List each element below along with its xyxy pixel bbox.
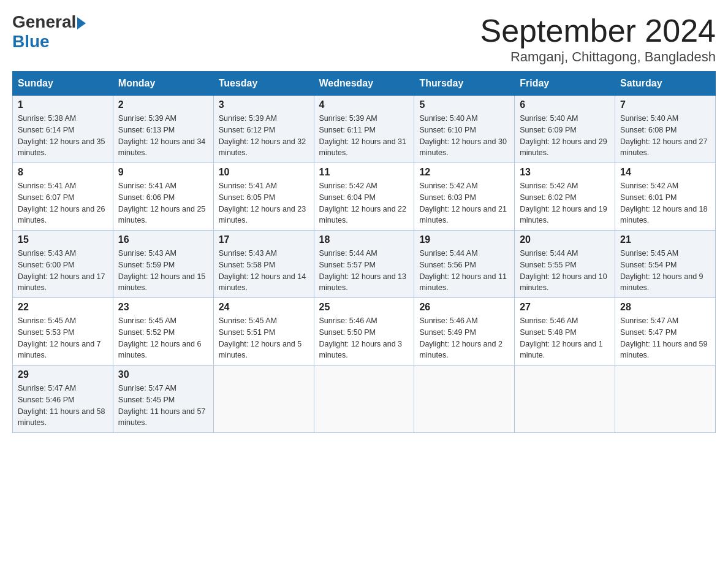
day-number: 6 bbox=[520, 99, 610, 110]
day-info: Sunrise: 5:45 AMSunset: 5:51 PMDaylight:… bbox=[219, 315, 309, 361]
title-section: September 2024 Ramganj, Chittagong, Bang… bbox=[480, 12, 716, 65]
logo-blue-text: Blue bbox=[12, 32, 50, 52]
calendar-cell: 22Sunrise: 5:45 AMSunset: 5:53 PMDayligh… bbox=[13, 298, 113, 366]
day-info: Sunrise: 5:43 AMSunset: 6:00 PMDaylight:… bbox=[18, 248, 108, 294]
calendar-header-friday: Friday bbox=[515, 72, 615, 96]
day-number: 14 bbox=[620, 167, 710, 178]
calendar-cell: 9Sunrise: 5:41 AMSunset: 6:06 PMDaylight… bbox=[113, 163, 213, 231]
day-info: Sunrise: 5:40 AMSunset: 6:08 PMDaylight:… bbox=[620, 113, 710, 159]
calendar-cell: 7Sunrise: 5:40 AMSunset: 6:08 PMDaylight… bbox=[615, 96, 716, 163]
day-info: Sunrise: 5:42 AMSunset: 6:04 PMDaylight:… bbox=[319, 180, 409, 226]
calendar-week-row: 8Sunrise: 5:41 AMSunset: 6:07 PMDaylight… bbox=[13, 163, 716, 231]
calendar-header-tuesday: Tuesday bbox=[213, 72, 314, 96]
month-title: September 2024 bbox=[480, 12, 716, 49]
calendar-cell bbox=[414, 366, 515, 433]
calendar-cell: 12Sunrise: 5:42 AMSunset: 6:03 PMDayligh… bbox=[414, 163, 515, 231]
day-number: 15 bbox=[18, 234, 108, 245]
calendar-cell: 16Sunrise: 5:43 AMSunset: 5:59 PMDayligh… bbox=[113, 231, 213, 298]
day-info: Sunrise: 5:42 AMSunset: 6:01 PMDaylight:… bbox=[620, 180, 710, 226]
day-info: Sunrise: 5:39 AMSunset: 6:12 PMDaylight:… bbox=[219, 113, 309, 159]
day-info: Sunrise: 5:47 AMSunset: 5:46 PMDaylight:… bbox=[18, 383, 108, 429]
day-number: 12 bbox=[419, 167, 509, 178]
calendar-cell bbox=[615, 366, 716, 433]
calendar-table: SundayMondayTuesdayWednesdayThursdayFrid… bbox=[12, 71, 716, 433]
calendar-cell: 29Sunrise: 5:47 AMSunset: 5:46 PMDayligh… bbox=[13, 366, 113, 433]
logo-triangle-icon bbox=[77, 17, 86, 29]
day-info: Sunrise: 5:44 AMSunset: 5:56 PMDaylight:… bbox=[419, 248, 509, 294]
calendar-cell: 4Sunrise: 5:39 AMSunset: 6:11 PMDaylight… bbox=[314, 96, 414, 163]
calendar-header-wednesday: Wednesday bbox=[314, 72, 414, 96]
day-info: Sunrise: 5:43 AMSunset: 5:59 PMDaylight:… bbox=[118, 248, 208, 294]
calendar-cell: 5Sunrise: 5:40 AMSunset: 6:10 PMDaylight… bbox=[414, 96, 515, 163]
day-number: 27 bbox=[520, 302, 610, 313]
calendar-cell: 3Sunrise: 5:39 AMSunset: 6:12 PMDaylight… bbox=[213, 96, 314, 163]
day-number: 16 bbox=[118, 234, 208, 245]
page-header: General Blue September 2024 Ramganj, Chi… bbox=[12, 12, 716, 65]
calendar-cell: 27Sunrise: 5:46 AMSunset: 5:48 PMDayligh… bbox=[515, 298, 615, 366]
day-info: Sunrise: 5:45 AMSunset: 5:52 PMDaylight:… bbox=[118, 315, 208, 361]
calendar-cell bbox=[213, 366, 314, 433]
day-info: Sunrise: 5:39 AMSunset: 6:13 PMDaylight:… bbox=[118, 113, 208, 159]
calendar-header-saturday: Saturday bbox=[615, 72, 716, 96]
day-info: Sunrise: 5:44 AMSunset: 5:55 PMDaylight:… bbox=[520, 248, 610, 294]
day-number: 17 bbox=[219, 234, 309, 245]
calendar-header-row: SundayMondayTuesdayWednesdayThursdayFrid… bbox=[13, 72, 716, 96]
day-number: 19 bbox=[419, 234, 509, 245]
day-number: 1 bbox=[18, 99, 108, 110]
logo: General Blue bbox=[12, 12, 86, 52]
calendar-cell: 20Sunrise: 5:44 AMSunset: 5:55 PMDayligh… bbox=[515, 231, 615, 298]
calendar-cell: 28Sunrise: 5:47 AMSunset: 5:47 PMDayligh… bbox=[615, 298, 716, 366]
day-number: 18 bbox=[319, 234, 409, 245]
day-info: Sunrise: 5:42 AMSunset: 6:02 PMDaylight:… bbox=[520, 180, 610, 226]
day-number: 26 bbox=[419, 302, 509, 313]
day-info: Sunrise: 5:46 AMSunset: 5:49 PMDaylight:… bbox=[419, 315, 509, 361]
day-info: Sunrise: 5:41 AMSunset: 6:05 PMDaylight:… bbox=[219, 180, 309, 226]
day-number: 25 bbox=[319, 302, 409, 313]
calendar-cell: 19Sunrise: 5:44 AMSunset: 5:56 PMDayligh… bbox=[414, 231, 515, 298]
calendar-header-thursday: Thursday bbox=[414, 72, 515, 96]
day-info: Sunrise: 5:41 AMSunset: 6:06 PMDaylight:… bbox=[118, 180, 208, 226]
day-number: 11 bbox=[319, 167, 409, 178]
day-number: 22 bbox=[18, 302, 108, 313]
day-info: Sunrise: 5:47 AMSunset: 5:47 PMDaylight:… bbox=[620, 315, 710, 361]
day-info: Sunrise: 5:43 AMSunset: 5:58 PMDaylight:… bbox=[219, 248, 309, 294]
calendar-cell: 13Sunrise: 5:42 AMSunset: 6:02 PMDayligh… bbox=[515, 163, 615, 231]
calendar-cell: 17Sunrise: 5:43 AMSunset: 5:58 PMDayligh… bbox=[213, 231, 314, 298]
calendar-cell: 1Sunrise: 5:38 AMSunset: 6:14 PMDaylight… bbox=[13, 96, 113, 163]
day-info: Sunrise: 5:46 AMSunset: 5:50 PMDaylight:… bbox=[319, 315, 409, 361]
calendar-cell: 15Sunrise: 5:43 AMSunset: 6:00 PMDayligh… bbox=[13, 231, 113, 298]
day-number: 9 bbox=[118, 167, 208, 178]
day-info: Sunrise: 5:44 AMSunset: 5:57 PMDaylight:… bbox=[319, 248, 409, 294]
calendar-cell: 11Sunrise: 5:42 AMSunset: 6:04 PMDayligh… bbox=[314, 163, 414, 231]
calendar-header-monday: Monday bbox=[113, 72, 213, 96]
day-number: 21 bbox=[620, 234, 710, 245]
day-number: 8 bbox=[18, 167, 108, 178]
calendar-cell: 23Sunrise: 5:45 AMSunset: 5:52 PMDayligh… bbox=[113, 298, 213, 366]
day-info: Sunrise: 5:40 AMSunset: 6:09 PMDaylight:… bbox=[520, 113, 610, 159]
calendar-cell bbox=[314, 366, 414, 433]
day-number: 30 bbox=[118, 369, 208, 380]
day-number: 20 bbox=[520, 234, 610, 245]
day-number: 28 bbox=[620, 302, 710, 313]
calendar-cell: 2Sunrise: 5:39 AMSunset: 6:13 PMDaylight… bbox=[113, 96, 213, 163]
calendar-cell: 30Sunrise: 5:47 AMSunset: 5:45 PMDayligh… bbox=[113, 366, 213, 433]
calendar-cell: 8Sunrise: 5:41 AMSunset: 6:07 PMDaylight… bbox=[13, 163, 113, 231]
day-number: 4 bbox=[319, 99, 409, 110]
calendar-cell: 24Sunrise: 5:45 AMSunset: 5:51 PMDayligh… bbox=[213, 298, 314, 366]
calendar-week-row: 1Sunrise: 5:38 AMSunset: 6:14 PMDaylight… bbox=[13, 96, 716, 163]
day-number: 23 bbox=[118, 302, 208, 313]
calendar-cell: 10Sunrise: 5:41 AMSunset: 6:05 PMDayligh… bbox=[213, 163, 314, 231]
day-number: 2 bbox=[118, 99, 208, 110]
day-number: 5 bbox=[419, 99, 509, 110]
calendar-cell: 25Sunrise: 5:46 AMSunset: 5:50 PMDayligh… bbox=[314, 298, 414, 366]
day-number: 13 bbox=[520, 167, 610, 178]
day-number: 10 bbox=[219, 167, 309, 178]
day-info: Sunrise: 5:42 AMSunset: 6:03 PMDaylight:… bbox=[419, 180, 509, 226]
logo-general-text: General bbox=[12, 12, 76, 32]
day-info: Sunrise: 5:38 AMSunset: 6:14 PMDaylight:… bbox=[18, 113, 108, 159]
calendar-cell: 26Sunrise: 5:46 AMSunset: 5:49 PMDayligh… bbox=[414, 298, 515, 366]
calendar-week-row: 15Sunrise: 5:43 AMSunset: 6:00 PMDayligh… bbox=[13, 231, 716, 298]
day-info: Sunrise: 5:39 AMSunset: 6:11 PMDaylight:… bbox=[319, 113, 409, 159]
day-info: Sunrise: 5:41 AMSunset: 6:07 PMDaylight:… bbox=[18, 180, 108, 226]
day-number: 3 bbox=[219, 99, 309, 110]
